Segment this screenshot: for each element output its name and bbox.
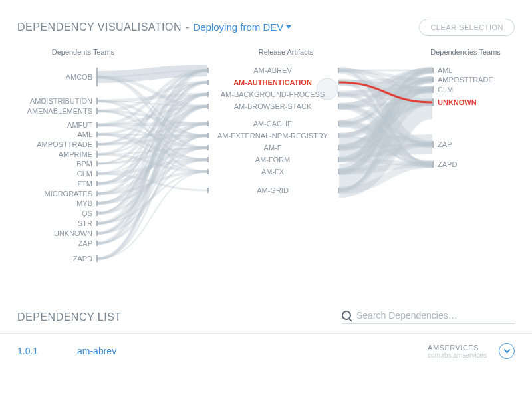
sankey-node-label[interactable]: AM-ABREV bbox=[213, 66, 332, 74]
sankey-node-bar[interactable] bbox=[96, 191, 98, 196]
clear-selection-button[interactable]: CLEAR SELECTION bbox=[419, 19, 515, 36]
sankey-node-bar[interactable] bbox=[432, 98, 434, 106]
column-header-left: Dependents Teams bbox=[43, 48, 123, 56]
sankey-node-bar[interactable] bbox=[338, 133, 339, 138]
sankey-node-bar[interactable] bbox=[338, 188, 339, 193]
sankey-node-label[interactable]: AM-BACKGROUND-PROCESS bbox=[213, 90, 332, 98]
expand-row-button[interactable] bbox=[499, 343, 515, 359]
sankey-node-label[interactable]: MICRORATES bbox=[44, 190, 92, 198]
sankey-node-bar[interactable] bbox=[207, 188, 209, 193]
sankey-node-bar[interactable] bbox=[338, 68, 339, 73]
sankey-node-label[interactable]: QS bbox=[82, 209, 92, 217]
sankey-node-label[interactable]: AMDISTRIBUTION bbox=[30, 97, 92, 105]
dep-list-row[interactable]: 1.0.1 am-abrev AMSERVICES com.rbs.amserv… bbox=[0, 333, 532, 368]
sankey-node-label[interactable]: AMENABLEMENTS bbox=[27, 107, 92, 115]
sankey-node-bar[interactable] bbox=[96, 181, 98, 186]
sankey-node-label[interactable]: AMPOSTTRADE bbox=[438, 76, 493, 84]
sankey-node-label[interactable]: AM-AUTHENTICATION bbox=[213, 78, 332, 86]
sankey-node-bar[interactable] bbox=[207, 121, 209, 126]
sankey-node-bar[interactable] bbox=[207, 92, 209, 97]
sankey-node-bar[interactable] bbox=[432, 141, 434, 148]
sankey-node-bar[interactable] bbox=[207, 133, 209, 138]
search-icon bbox=[342, 311, 351, 320]
sankey-node-bar[interactable] bbox=[207, 68, 209, 73]
sankey-node-label[interactable]: AM-F bbox=[213, 144, 332, 152]
sankey-node-label[interactable]: CLM bbox=[438, 86, 453, 94]
sankey-node-bar[interactable] bbox=[338, 80, 339, 85]
sankey-node-bar[interactable] bbox=[207, 145, 209, 150]
sankey-node-label[interactable]: AML bbox=[438, 66, 453, 74]
column-header-mid: Release Artifacts bbox=[226, 48, 346, 56]
sankey-node-label[interactable]: UNKNOWN bbox=[54, 229, 92, 237]
page-title: DEPENDENCY VISUALISATION bbox=[17, 21, 182, 33]
sankey-node-label[interactable]: AML bbox=[77, 130, 92, 138]
sankey-node-bar[interactable] bbox=[96, 98, 98, 104]
deploy-source-dropdown[interactable]: Deploying from DEV bbox=[193, 21, 291, 33]
sankey-node-label[interactable]: ZAP bbox=[438, 140, 452, 148]
sankey-node-label[interactable]: AM-FX bbox=[213, 168, 332, 176]
sankey-node-label[interactable]: AM-EXTERNAL-NPM-REGISTRY bbox=[213, 132, 332, 140]
sankey-node-bar[interactable] bbox=[96, 161, 98, 166]
sankey-node-bar[interactable] bbox=[338, 92, 339, 97]
sankey-node-bar[interactable] bbox=[207, 104, 209, 109]
deploy-source-label: Deploying from DEV bbox=[193, 21, 283, 33]
sankey-node-bar[interactable] bbox=[96, 132, 98, 137]
chevron-down-icon bbox=[503, 347, 510, 354]
sankey-node-label[interactable]: STR bbox=[78, 219, 92, 227]
sankey-node-bar[interactable] bbox=[338, 157, 339, 162]
dep-team: AMSERVICES bbox=[428, 344, 479, 352]
search-wrapper[interactable] bbox=[342, 310, 515, 324]
sankey-node-label[interactable]: AM-BROWSER-STACK bbox=[213, 102, 332, 110]
sankey-node-label[interactable]: AMPOSTTRADE bbox=[37, 140, 92, 148]
sankey-node-bar[interactable] bbox=[96, 108, 98, 114]
sankey-node-bar[interactable] bbox=[96, 211, 98, 216]
sankey-node-label[interactable]: UNKNOWN bbox=[438, 98, 477, 106]
sankey-node-bar[interactable] bbox=[207, 157, 209, 162]
sankey-node-bar[interactable] bbox=[432, 77, 434, 82]
sankey-node-bar[interactable] bbox=[432, 86, 434, 93]
sankey-node-label[interactable]: MYB bbox=[76, 200, 92, 207]
chevron-down-icon bbox=[286, 25, 291, 29]
sankey-node-label[interactable]: AMCOB bbox=[66, 73, 92, 81]
sankey-node-bar[interactable] bbox=[96, 122, 98, 128]
sankey-node-label[interactable]: BPM bbox=[76, 160, 92, 168]
sankey-node-label[interactable]: AMFUT bbox=[67, 121, 92, 129]
sankey-node-bar[interactable] bbox=[207, 80, 209, 85]
sankey-node-label[interactable]: FTM bbox=[77, 180, 92, 188]
sankey-node-label[interactable]: AM-GRID bbox=[213, 186, 332, 194]
sankey-node-bar[interactable] bbox=[96, 221, 98, 226]
sankey-node-bar[interactable] bbox=[96, 255, 98, 262]
sankey-node-bar[interactable] bbox=[96, 241, 98, 246]
sankey-node-label[interactable]: AM-CACHE bbox=[213, 120, 332, 128]
search-input[interactable] bbox=[356, 310, 515, 321]
sankey-node-bar[interactable] bbox=[338, 121, 339, 126]
sankey-diagram[interactable]: Dependents Teams Release Artifacts Depen… bbox=[0, 48, 532, 294]
sankey-node-bar[interactable] bbox=[338, 145, 339, 150]
column-header-right: Dependencies Teams bbox=[426, 48, 505, 56]
dep-package: com.rbs.amservices bbox=[428, 352, 487, 359]
dep-list-title: DEPENDENCY LIST bbox=[17, 311, 122, 323]
sankey-node-bar[interactable] bbox=[432, 161, 434, 168]
dep-name[interactable]: am-abrev bbox=[77, 346, 428, 356]
sankey-node-label[interactable]: ZAPD bbox=[73, 255, 92, 263]
sankey-node-bar[interactable] bbox=[338, 104, 339, 109]
sankey-node-bar[interactable] bbox=[96, 141, 98, 148]
sankey-node-bar[interactable] bbox=[96, 151, 98, 158]
sankey-node-bar[interactable] bbox=[96, 68, 98, 86]
title-separator: - bbox=[186, 21, 189, 33]
sankey-node-label[interactable]: ZAPD bbox=[438, 160, 457, 168]
sankey-node-bar[interactable] bbox=[207, 169, 209, 174]
sankey-node-label[interactable]: AMPRIME bbox=[59, 150, 92, 158]
sankey-node-label[interactable]: ZAP bbox=[78, 239, 92, 247]
sankey-node-label[interactable]: AM-FORM bbox=[213, 156, 332, 164]
sankey-node-bar[interactable] bbox=[96, 201, 98, 206]
sankey-node-bar[interactable] bbox=[96, 231, 98, 236]
sankey-node-bar[interactable] bbox=[432, 68, 434, 73]
dep-version: 1.0.1 bbox=[17, 346, 77, 356]
sankey-node-bar[interactable] bbox=[338, 169, 339, 174]
sankey-node-bar[interactable] bbox=[96, 171, 98, 176]
sankey-node-label[interactable]: CLM bbox=[77, 170, 92, 178]
